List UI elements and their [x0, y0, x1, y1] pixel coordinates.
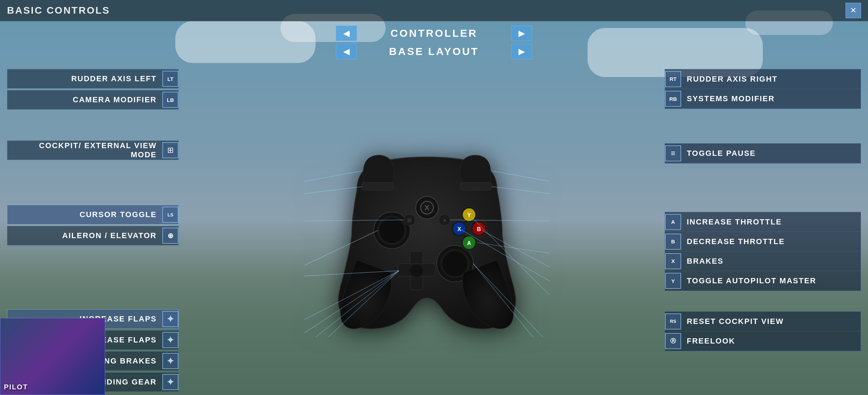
binding-cursor-toggle[interactable]: CURSOR TOGGLE LS [7, 205, 179, 224]
view-icon: ⊞ [162, 142, 178, 158]
dpad-icon-3: ✦ [162, 353, 178, 369]
binding-increase-throttle[interactable]: A INCREASE THROTTLE [665, 212, 861, 232]
binding-label: RUDDER AXIS RIGHT [681, 75, 861, 84]
binding-rudder-axis-right[interactable]: RT RUDDER AXIS RIGHT [665, 69, 861, 89]
dpad-icon-1: ✦ [162, 311, 178, 327]
menu-icon: ≡ [665, 145, 681, 161]
binding-rudder-axis-left[interactable]: RUDDER AXIS LEFT LT [7, 69, 179, 89]
lb-icon: LB [162, 92, 178, 108]
binding-label: CURSOR TOGGLE [7, 210, 162, 219]
svg-text:⊟: ⊟ [407, 217, 412, 223]
binding-label: FREELOOK [681, 337, 861, 346]
svg-point-10 [410, 264, 423, 277]
binding-label: TOGGLE PAUSE [681, 149, 861, 158]
rs-group: RS RESET COCKPIT VIEW Ⓡ FREELOOK [665, 311, 861, 351]
binding-reset-cockpit[interactable]: RS RESET COCKPIT VIEW [665, 312, 861, 331]
binding-label: CAMERA MODIFIER [7, 95, 162, 104]
binding-cockpit-view[interactable]: COCKPIT/ EXTERNAL VIEW MODE ⊞ [7, 140, 179, 160]
binding-systems-modifier[interactable]: RB SYSTEMS MODIFIER [665, 89, 861, 109]
svg-text:≡: ≡ [443, 217, 446, 223]
svg-point-4 [379, 218, 405, 243]
binding-freelook[interactable]: Ⓡ FREELOOK [665, 331, 861, 351]
thumbnail-label: PILOT [4, 383, 28, 391]
layout-prev-button[interactable]: ◀ [336, 44, 357, 59]
dpad-icon-4: ✦ [162, 374, 178, 390]
crosshair-icon: ⊕ [162, 228, 178, 244]
svg-text:X: X [425, 204, 429, 212]
controller-area: X ⊟ ≡ Y B [189, 62, 665, 395]
svg-line-32 [304, 187, 362, 194]
layout-label: BASE LAYOUT [364, 46, 504, 57]
rs-icon: RS [665, 313, 681, 330]
svg-text:Y: Y [467, 212, 471, 218]
layout-next-button[interactable]: ▶ [511, 44, 532, 59]
binding-aileron-elevator[interactable]: AILERON / ELEVATOR ⊕ [7, 226, 179, 245]
svg-rect-0 [362, 182, 394, 190]
binding-label: AILERON / ELEVATOR [7, 231, 162, 240]
binding-decrease-throttle[interactable]: B DECREASE THROTTLE [665, 232, 861, 251]
a-button-icon: A [665, 214, 681, 230]
face-buttons-group: A INCREASE THROTTLE B DECREASE THROTTLE … [665, 212, 861, 291]
binding-brakes[interactable]: X BRAKES [665, 251, 861, 271]
r-icon: Ⓡ [665, 333, 681, 349]
pause-group: ≡ TOGGLE PAUSE [665, 143, 861, 164]
binding-toggle-pause[interactable]: ≡ TOGGLE PAUSE [665, 144, 861, 163]
thumbnail-preview: PILOT [0, 318, 105, 395]
binding-label: SYSTEMS MODIFIER [681, 94, 861, 103]
controller-svg: X ⊟ ≡ Y B [287, 120, 567, 337]
binding-label: RESET COCKPIT VIEW [681, 317, 861, 326]
binding-toggle-autopilot[interactable]: Y TOGGLE AUTOPILOT MASTER [665, 271, 861, 291]
binding-label: DECREASE THROTTLE [681, 237, 861, 246]
main-layout: RUDDER AXIS LEFT LT CAMERA MODIFIER LB C… [0, 62, 868, 395]
svg-line-40 [492, 171, 550, 181]
binding-label: INCREASE THROTTLE [681, 217, 861, 227]
layout-selector-row: ◀ BASE LAYOUT ▶ [336, 44, 532, 59]
svg-text:A: A [467, 240, 471, 246]
y-button-icon: Y [665, 273, 681, 289]
binding-label: BRAKES [681, 257, 861, 266]
page-title: BASIC CONTROLS [7, 5, 110, 16]
binding-label: TOGGLE AUTOPILOT MASTER [681, 276, 861, 285]
controller-next-button[interactable]: ▶ [511, 26, 532, 41]
trigger-group: RT RUDDER AXIS RIGHT RB SYSTEMS MODIFIER [665, 69, 861, 109]
ls-icon: LS [162, 207, 178, 223]
rb-icon: RB [665, 91, 681, 107]
controller-selector-row: ◀ CONTROLLER ▶ [336, 26, 532, 41]
dpad-icon-2: ✦ [162, 332, 178, 348]
x-button-icon: X [665, 253, 681, 269]
controller-prev-button[interactable]: ◀ [336, 26, 357, 41]
svg-rect-1 [460, 182, 492, 190]
title-bar: BASIC CONTROLS ✕ [0, 0, 868, 21]
svg-line-31 [304, 171, 362, 181]
svg-line-41 [492, 187, 550, 194]
binding-camera-modifier[interactable]: CAMERA MODIFIER LB [7, 90, 179, 110]
right-bindings-panel: RT RUDDER AXIS RIGHT RB SYSTEMS MODIFIER… [665, 62, 861, 395]
controller-label: CONTROLLER [364, 27, 504, 39]
binding-label: COCKPIT/ EXTERNAL VIEW MODE [7, 141, 162, 159]
rt-icon: RT [665, 71, 681, 87]
lt-icon: LT [162, 71, 178, 87]
binding-label: RUDDER AXIS LEFT [7, 74, 162, 83]
close-button[interactable]: ✕ [846, 3, 861, 18]
selectors-area: ◀ CONTROLLER ▶ ◀ BASE LAYOUT ▶ [0, 21, 868, 62]
b-button-icon: B [665, 234, 681, 250]
